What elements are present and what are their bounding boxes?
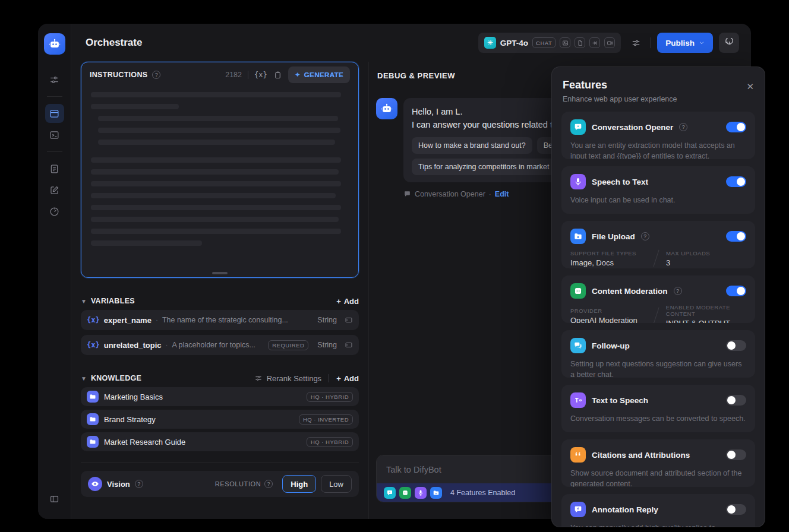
feature-toggle[interactable] bbox=[726, 504, 746, 515]
required-badge: REQUIRED bbox=[268, 340, 308, 350]
feature-name: Text to Speech bbox=[592, 396, 648, 405]
help-icon: ? bbox=[679, 123, 687, 131]
history-icon bbox=[724, 38, 734, 48]
publish-button[interactable]: Publish bbox=[657, 33, 713, 53]
knowledge-row[interactable]: Marketing BasicsHQ · HYBRID bbox=[81, 387, 359, 406]
features-list: Conversation Opener ? You are an entity … bbox=[552, 103, 765, 527]
chat-bubble-icon bbox=[403, 190, 411, 198]
terminal-icon bbox=[49, 129, 60, 141]
variable-row[interactable]: {x}expert_name·The name of the strategic… bbox=[81, 310, 359, 330]
insert-variable-icon[interactable]: {x} bbox=[254, 71, 267, 79]
feature-description: You are an entity extraction model that … bbox=[570, 140, 746, 159]
model-name: GPT-4o bbox=[500, 39, 528, 48]
help-icon: ? bbox=[674, 287, 682, 295]
video-capability-icon bbox=[604, 37, 615, 48]
sidebar-item-orchestrate[interactable] bbox=[45, 104, 64, 123]
page-title: Orchestrate bbox=[86, 37, 142, 49]
setting-value: 3 bbox=[666, 258, 742, 267]
skeleton-line bbox=[91, 229, 341, 234]
feature-toggle[interactable] bbox=[726, 122, 746, 132]
model-selector[interactable]: ✳ GPT-4o CHAT bbox=[478, 33, 621, 53]
suggested-question-chip[interactable]: How to make a brand stand out? bbox=[412, 137, 532, 154]
resolution-low-button[interactable]: Low bbox=[321, 475, 352, 493]
sidebar-item-monitoring[interactable] bbox=[45, 202, 64, 221]
feature-name: Citations and Attributions bbox=[592, 451, 690, 460]
sidebar-item-terminal[interactable] bbox=[45, 125, 64, 144]
resolution-high-button[interactable]: High bbox=[282, 475, 316, 493]
skeleton-line bbox=[98, 116, 338, 121]
rerank-settings-button[interactable]: Rerank Settings bbox=[254, 374, 322, 383]
document-capability-icon bbox=[575, 37, 585, 48]
content-moderation-icon bbox=[399, 487, 411, 499]
knowledge-row[interactable]: Market Research GuideHQ · HYBRID bbox=[81, 432, 359, 451]
generate-button[interactable]: ✦ GENERATE bbox=[288, 66, 350, 83]
variables-title: VARIABLES bbox=[91, 297, 135, 305]
sidebar-divider bbox=[47, 151, 62, 152]
variable-row[interactable]: {x}unrelated_topic·A placeholder for top… bbox=[81, 335, 359, 355]
section-divider bbox=[81, 462, 359, 463]
skeleton-line bbox=[91, 92, 341, 97]
help-icon: ? bbox=[264, 480, 273, 488]
collapse-sidebar-button[interactable] bbox=[45, 489, 64, 508]
text-input-icon bbox=[345, 316, 353, 324]
help-icon: ? bbox=[135, 480, 143, 488]
setting-label: ENABLED MODERATE CONTENT bbox=[666, 304, 746, 317]
resolution-options: HighLow bbox=[277, 475, 352, 493]
feature-description: You can manually add high-quality replie… bbox=[570, 522, 746, 527]
kv-divider bbox=[653, 308, 659, 323]
content-moderation-icon bbox=[570, 283, 586, 299]
knowledge-row[interactable]: Brand StrategyHQ · INVERTED bbox=[81, 410, 359, 429]
feature-card: Conversation Opener ? You are an entity … bbox=[561, 112, 755, 159]
feature-toggle[interactable] bbox=[726, 395, 746, 406]
dataset-folder-icon bbox=[87, 436, 99, 448]
feature-setting: MAX UPLOADS3 bbox=[666, 250, 742, 267]
add-variable-button[interactable]: + Add bbox=[336, 297, 359, 306]
sidebar-item-logs[interactable] bbox=[45, 159, 64, 178]
features-panel: Features Enhance web app user experience… bbox=[551, 66, 765, 527]
sidebar-item-params[interactable] bbox=[45, 70, 64, 89]
setting-value: INPUT & OUTPUT bbox=[666, 319, 746, 323]
bot-avatar bbox=[376, 98, 397, 119]
topbar: Orchestrate ✳ GPT-4o CHAT bbox=[71, 24, 751, 62]
knowledge-header: ▼ KNOWLEDGE Rerank Settings + Add bbox=[81, 369, 359, 387]
feature-toggle[interactable] bbox=[726, 449, 746, 460]
chevron-down-icon[interactable]: ▼ bbox=[81, 298, 87, 305]
model-settings-button[interactable] bbox=[627, 34, 645, 52]
feature-toggle[interactable] bbox=[726, 286, 746, 296]
resize-handle[interactable] bbox=[212, 272, 228, 274]
instructions-editor[interactable]: INSTRUCTIONS ? 2182 {x} ✦ GENERATE bbox=[81, 62, 359, 278]
sidebar-divider bbox=[47, 96, 62, 97]
close-icon[interactable]: ✕ bbox=[746, 81, 754, 92]
follow-up-icon bbox=[570, 338, 586, 353]
instructions-skeleton bbox=[90, 87, 350, 246]
file-upload-icon bbox=[570, 229, 586, 244]
skeleton-line bbox=[91, 193, 336, 198]
variable-type: String bbox=[317, 316, 337, 324]
index-mode-badge: HQ · HYBRID bbox=[307, 392, 353, 402]
image-capability-icon bbox=[560, 37, 570, 48]
vision-label: Vision bbox=[107, 480, 130, 489]
variables-list: {x}expert_name·The name of the strategic… bbox=[81, 310, 359, 355]
sidebar-item-annotations[interactable] bbox=[45, 180, 64, 200]
model-mode-badge: CHAT bbox=[532, 37, 556, 48]
audio-capability-icon bbox=[589, 37, 600, 48]
skeleton-line bbox=[98, 140, 335, 145]
dataset-folder-icon bbox=[87, 391, 99, 403]
feature-toggle[interactable] bbox=[726, 340, 746, 351]
chevron-down-icon[interactable]: ▼ bbox=[81, 375, 87, 382]
feature-toggle[interactable] bbox=[726, 176, 746, 187]
copy-icon[interactable] bbox=[273, 71, 282, 80]
setting-label: PROVIDER bbox=[570, 308, 646, 314]
dataset-folder-icon bbox=[87, 413, 99, 425]
add-knowledge-button[interactable]: + Add bbox=[336, 374, 359, 383]
setting-label: MAX UPLOADS bbox=[666, 250, 742, 256]
speech-to-text-icon bbox=[415, 487, 427, 499]
instructions-label: INSTRUCTIONS bbox=[90, 71, 147, 79]
app-logo[interactable] bbox=[44, 33, 65, 55]
feature-toggle[interactable] bbox=[726, 231, 746, 242]
feature-name: Annotation Reply bbox=[592, 505, 658, 514]
gauge-icon bbox=[49, 206, 60, 217]
index-mode-badge: HQ · HYBRID bbox=[307, 437, 353, 447]
edit-opener-link[interactable]: Edit bbox=[495, 190, 509, 198]
version-history-button[interactable] bbox=[719, 33, 739, 53]
